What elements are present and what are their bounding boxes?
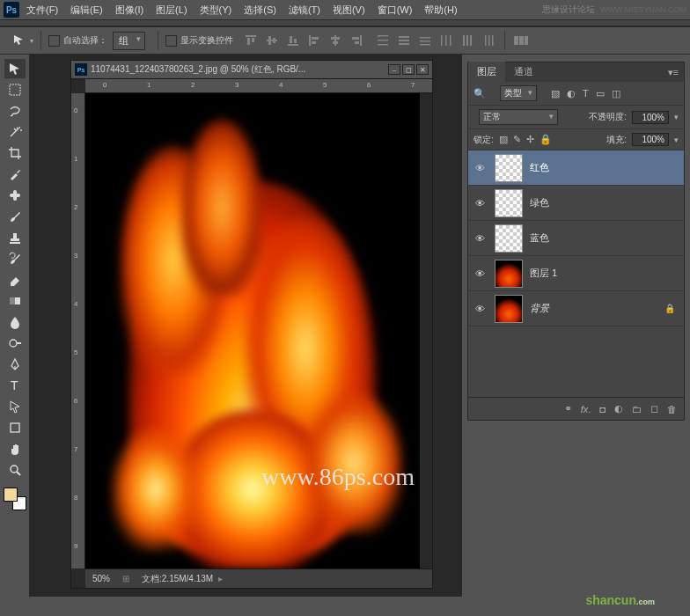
mask-icon[interactable]: ◘ [599,404,606,414]
layer-name[interactable]: 图层 1 [530,267,557,280]
layer-row[interactable]: 👁图层 1 [468,256,684,291]
layer-name[interactable]: 背景 [530,302,549,315]
filter-adjust-icon[interactable]: ◐ [567,88,576,99]
dist-bottom-icon[interactable] [416,33,434,48]
visibility-icon[interactable]: 👁 [472,163,488,173]
layer-row[interactable]: 👁背景🔒 [468,291,684,326]
menu-view[interactable]: 视图(V) [333,4,365,17]
group-icon[interactable]: 🗀 [632,404,642,414]
menu-file[interactable]: 文件(F) [26,4,58,17]
layer-name[interactable]: 蓝色 [530,231,549,245]
menu-edit[interactable]: 编辑(E) [70,4,103,17]
menu-type[interactable]: 类型(Y) [200,4,232,17]
menu-image[interactable]: 图像(I) [115,4,143,17]
zoom-level[interactable]: 50% [92,574,110,583]
heal-tool[interactable] [4,186,26,205]
move-submenu-icon[interactable]: ▾ [30,37,33,45]
filter-smart-icon[interactable]: ◫ [612,88,620,99]
dist-right-icon[interactable] [480,33,497,48]
align-hcenter-icon[interactable] [327,33,344,48]
fx-icon[interactable]: fx. [581,404,591,414]
history-brush-tool[interactable] [4,249,26,268]
menu-window[interactable]: 窗口(W) [378,4,413,17]
link-layers-icon[interactable]: ⚭ [564,403,572,414]
brush-tool[interactable] [4,207,26,226]
dist-left-icon[interactable] [437,33,455,48]
delete-icon[interactable]: 🗑 [667,404,677,414]
menu-layer[interactable]: 图层(L) [156,4,187,17]
align-right-icon[interactable] [348,33,365,48]
dist-top-icon[interactable] [374,33,392,48]
stamp-tool[interactable] [4,228,26,247]
minimize-button[interactable]: – [388,64,400,75]
filter-type-dropdown[interactable]: 类型 [500,85,537,101]
menu-filter[interactable]: 滤镜(T) [289,4,320,17]
move-tool[interactable] [4,59,26,78]
hand-tool[interactable] [4,439,26,458]
layer-row[interactable]: 👁绿色 [468,186,684,221]
wand-tool[interactable] [4,122,26,142]
doc-titlebar[interactable]: Ps 11074431_122403780263_2.jpg @ 50% (红色… [70,60,433,79]
auto-align-icon[interactable] [512,33,530,48]
menu-select[interactable]: 选择(S) [244,4,276,17]
crop-tool[interactable] [4,143,26,163]
zoom-tool[interactable] [4,460,26,480]
visibility-icon[interactable]: 👁 [472,233,488,244]
filter-pixel-icon[interactable]: ▧ [551,88,560,99]
maximize-button[interactable]: ◻ [402,64,415,75]
eyedropper-tool[interactable] [4,165,26,184]
blend-mode-dropdown[interactable]: 正常 [479,109,558,125]
eraser-tool[interactable] [4,270,26,290]
close-button[interactable]: ✕ [416,64,429,75]
lock-pos-icon[interactable]: ✢ [526,134,534,145]
color-swatch[interactable] [4,488,26,510]
adjustment-icon[interactable]: ◐ [614,403,623,414]
menu-help[interactable]: 帮助(H) [424,4,457,17]
canvas-image[interactable]: www.86ps.com [85,93,420,568]
fill-value[interactable]: 100% [632,133,669,146]
new-layer-icon[interactable]: ◻ [650,403,658,414]
layer-thumb[interactable] [495,224,523,253]
layer-thumb[interactable] [495,260,523,288]
shape-tool[interactable] [4,418,26,437]
visibility-icon[interactable]: 👁 [472,268,488,279]
visibility-icon[interactable]: 👁 [472,198,488,209]
gradient-tool[interactable] [4,291,26,311]
fg-color[interactable] [4,488,18,502]
dist-hcenter-icon[interactable] [459,33,476,48]
transform-checkbox[interactable] [165,35,177,47]
layer-thumb[interactable] [495,189,523,217]
layer-name[interactable]: 红色 [530,161,549,174]
layer-thumb[interactable] [495,295,523,323]
lock-trans-icon[interactable]: ▨ [499,134,508,145]
dist-vcenter-icon[interactable] [395,33,413,48]
type-tool[interactable]: T [4,376,26,395]
opacity-value[interactable]: 100% [632,111,669,124]
layer-thumb[interactable] [495,154,523,182]
lasso-tool[interactable] [4,101,26,121]
align-left-icon[interactable] [305,33,323,48]
layer-row[interactable]: 👁蓝色 [468,221,684,256]
align-vcenter-icon[interactable] [263,33,281,48]
panel-menu-icon[interactable]: ▾≡ [663,63,684,82]
dodge-tool[interactable] [4,334,26,353]
path-select-tool[interactable] [4,397,26,416]
blur-tool[interactable] [4,312,26,332]
layer-row[interactable]: 👁红色 [468,150,684,186]
ruler-horizontal[interactable]: 0 1 2 3 4 5 6 7 [85,79,432,93]
tab-layers[interactable]: 图层 [468,62,505,82]
auto-select-dropdown[interactable]: 组 [113,32,145,50]
align-bottom-icon[interactable] [284,33,302,48]
filter-shape-icon[interactable]: ▭ [596,88,605,99]
align-top-icon[interactable] [242,33,260,48]
auto-select-checkbox[interactable] [48,35,60,47]
lock-all-icon[interactable]: 🔒 [540,134,552,145]
lock-paint-icon[interactable]: ✎ [513,134,521,145]
filter-type-icon[interactable]: T [583,88,589,99]
visibility-icon[interactable]: 👁 [472,304,488,314]
marquee-tool[interactable] [4,80,26,99]
tab-channels[interactable]: 通道 [505,62,542,82]
layer-name[interactable]: 绿色 [530,196,549,209]
pen-tool[interactable] [4,355,26,374]
ruler-vertical[interactable]: 0 1 2 3 4 5 6 7 8 9 [71,93,85,568]
